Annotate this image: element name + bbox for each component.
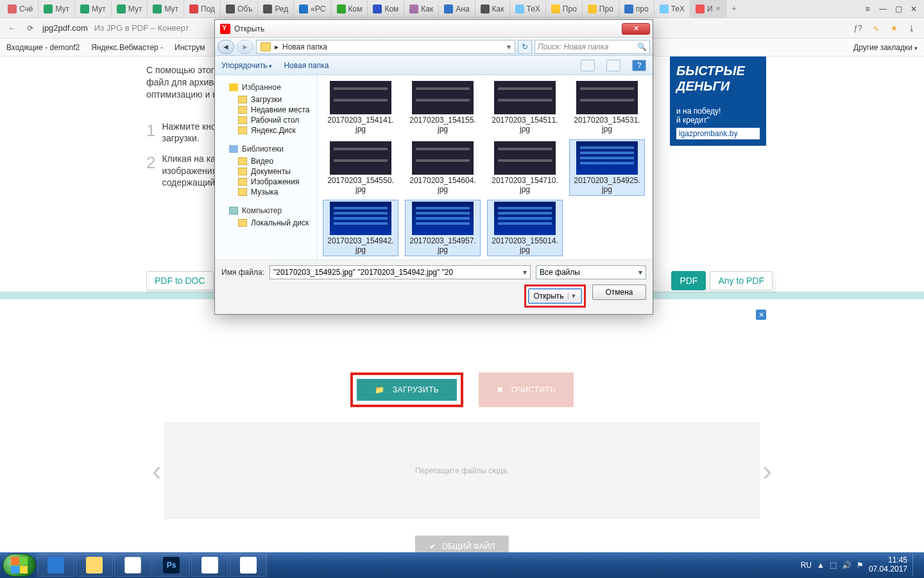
browser-tab[interactable]: Ана [439, 0, 475, 17]
file-item[interactable]: 20170203_154957.jpg [405, 200, 481, 256]
dialog-close-button[interactable]: ✕ [622, 23, 650, 35]
dialog-file-pane[interactable]: 20170203_154141.jpg20170203_154155.jpg20… [318, 75, 653, 259]
file-item[interactable]: 20170203_155014.jpg [487, 200, 563, 256]
task-ie[interactable] [37, 554, 74, 577]
volume-icon[interactable]: 🔊 [842, 561, 851, 570]
task-snipping[interactable] [230, 554, 267, 577]
filename-input[interactable]: "20170203_154925.jpg" "20170203_154942.j… [270, 265, 531, 279]
file-item[interactable]: 20170203_154925.jpg [569, 139, 645, 196]
file-item[interactable]: 20170203_154511.jpg [487, 79, 563, 136]
network-icon[interactable]: ⬚ [830, 561, 837, 570]
task-paint[interactable] [191, 554, 228, 577]
browser-tab[interactable]: Как [475, 0, 510, 17]
rss-icon[interactable]: ∿ [870, 22, 882, 34]
show-desktop-button[interactable] [912, 554, 918, 577]
nav-forward-button[interactable]: ► [237, 40, 253, 54]
chevron-left-icon[interactable]: ‹ [152, 455, 162, 487]
browser-tab[interactable]: Мут [148, 0, 184, 17]
new-tab-button[interactable]: ＋ [726, 0, 742, 17]
dialog-search-input[interactable]: Поиск: Новая папка 🔍 [535, 40, 650, 54]
nav-back-button[interactable]: ◄ [218, 40, 234, 54]
window-maximize-button[interactable]: ▢ [891, 0, 906, 17]
flag-icon[interactable]: ⚑ [857, 561, 864, 570]
task-yandex[interactable] [114, 554, 151, 577]
open-button[interactable]: Открыть▼ [528, 288, 582, 304]
file-item[interactable]: 20170203_154531.jpg [569, 79, 645, 136]
chevron-right-icon[interactable]: › [762, 455, 772, 487]
file-item[interactable]: 20170203_154550.jpg [323, 139, 398, 196]
clear-button[interactable]: ✖ ОЧИСТИТЬ [479, 372, 574, 407]
breadcrumb[interactable]: ▸ Новая папка ▾ [256, 40, 515, 54]
browser-tab[interactable]: Про [546, 0, 583, 17]
tree-item[interactable]: Музыка [238, 187, 314, 197]
tree-group[interactable]: Избранное [229, 83, 314, 92]
browser-tab[interactable]: «РС [294, 0, 331, 17]
browser-tab[interactable]: Объ [221, 0, 258, 17]
browser-tab[interactable]: Про [583, 0, 619, 17]
browser-menu-button[interactable]: ≡ [860, 0, 875, 17]
taskbar-clock[interactable]: 11:45 07.04.2017 [869, 556, 907, 574]
close-icon[interactable]: ✕ [715, 5, 721, 12]
file-item[interactable]: 20170203_154942.jpg [323, 200, 398, 256]
browser-tab[interactable]: ТеХ [510, 0, 546, 17]
refresh-button[interactable]: ↻ [518, 40, 532, 54]
browser-tab[interactable]: Под [184, 0, 221, 17]
view-mode-button[interactable] [581, 60, 595, 71]
tree-group[interactable]: Библиотеки [229, 144, 314, 153]
dropzone[interactable]: ‹ Перетащите файлы сюда. › [164, 423, 760, 519]
reload-button[interactable]: ⟳ [24, 22, 36, 34]
converter-tab[interactable]: PDF to DOC [146, 271, 214, 290]
task-explorer[interactable] [76, 554, 113, 577]
browser-tab[interactable]: Мут [38, 0, 75, 17]
help-button[interactable]: ? [632, 60, 646, 71]
tree-item[interactable]: Документы [238, 166, 314, 177]
start-button[interactable] [3, 554, 36, 577]
browser-tab[interactable]: Как [404, 0, 439, 17]
browser-tab[interactable]: Ред [258, 0, 294, 17]
file-item[interactable]: 20170203_154710.jpg [487, 139, 563, 196]
bookmark-item[interactable]: Яндекс.Вебмастер - [91, 43, 163, 52]
tree-item[interactable]: Локальный диск [238, 218, 314, 228]
tree-item[interactable]: Загрузки [238, 94, 314, 105]
reader-icon[interactable]: ƒ? [852, 22, 864, 34]
lang-indicator[interactable]: RU [801, 561, 812, 570]
converter-tab[interactable]: Any to PDF [710, 271, 773, 290]
file-item[interactable]: 20170203_154155.jpg [405, 79, 481, 136]
browser-tab[interactable]: Ком [332, 0, 368, 17]
tray-icon[interactable]: ▲ [817, 561, 825, 570]
favorite-icon[interactable]: ★ [888, 22, 900, 34]
back-button[interactable]: ← [6, 22, 18, 34]
tree-item[interactable]: Видео [238, 156, 314, 166]
dialog-tree[interactable]: ИзбранноеЗагрузкиНедавние местаРабочий с… [215, 75, 318, 259]
browser-tab[interactable]: ТеХ [654, 0, 690, 17]
tree-item[interactable]: Рабочий стол [238, 115, 314, 125]
bookmark-item[interactable]: Инструм [175, 43, 205, 52]
cancel-button[interactable]: Отмена [592, 285, 646, 300]
dialog-titlebar[interactable]: Открыть ✕ [215, 20, 653, 38]
browser-tab[interactable]: И✕ [690, 0, 726, 17]
url-host[interactable]: jpg2pdf.com [42, 23, 88, 33]
converter-tab[interactable]: PDF [671, 271, 706, 290]
system-tray[interactable]: RU ▲ ⬚ 🔊 ⚑ 11:45 07.04.2017 [801, 554, 921, 577]
browser-tab[interactable]: про [619, 0, 654, 17]
file-item[interactable]: 20170203_154141.jpg [323, 79, 398, 136]
tree-item[interactable]: Изображения [238, 177, 314, 187]
organize-menu[interactable]: Упорядочить [221, 61, 272, 70]
preview-pane-button[interactable] [606, 60, 620, 71]
download-icon[interactable]: ⭳ [906, 22, 918, 34]
window-close-button[interactable]: ✕ [906, 0, 921, 17]
task-photoshop[interactable]: Ps [153, 554, 190, 577]
browser-tab[interactable]: Мут [75, 0, 112, 17]
bookmark-item[interactable]: Входящие - demonf2 [6, 43, 80, 52]
tree-item[interactable]: Яндекс.Диск [238, 125, 314, 136]
upload-button[interactable]: 📁 ЗАГРУЗИТЬ [357, 379, 457, 401]
combined-file-button[interactable]: ✔ ОБЩИЙ ФАЙЛ [415, 536, 509, 552]
window-minimize-button[interactable]: — [875, 0, 891, 17]
browser-tab[interactable]: Ком [368, 0, 404, 17]
side-advert[interactable]: БЫСТРЫЕ ДЕНЬГИ и на победу! й кредит" lg… [670, 57, 766, 146]
close-ad-icon[interactable]: ✕ [756, 310, 766, 320]
chevron-down-icon[interactable]: ▼ [568, 293, 577, 299]
tree-group[interactable]: Компьютер [229, 206, 314, 215]
tree-item[interactable]: Недавние места [238, 105, 314, 115]
new-folder-button[interactable]: Новая папка [284, 61, 329, 70]
